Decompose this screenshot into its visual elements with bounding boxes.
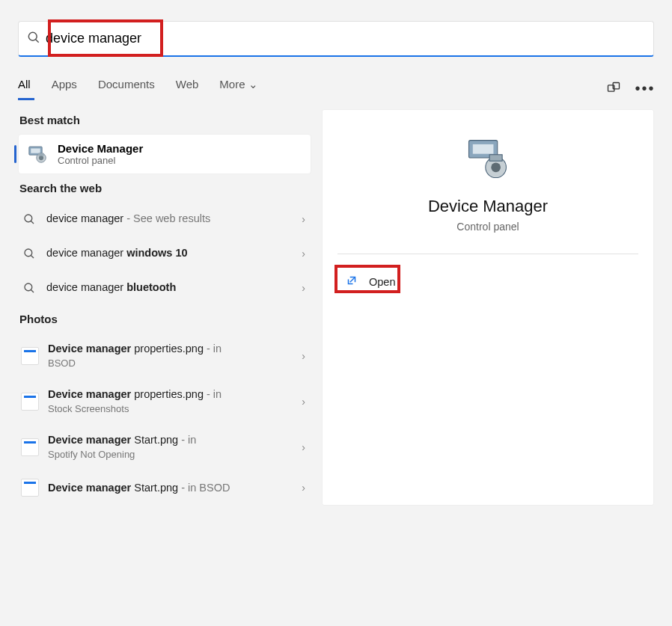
search-box[interactable] bbox=[18, 21, 654, 57]
device-manager-large-icon bbox=[337, 132, 638, 183]
open-button[interactable]: Open bbox=[337, 269, 403, 294]
search-icon bbox=[21, 211, 37, 227]
search-input[interactable] bbox=[46, 31, 646, 46]
chevron-down-icon: ⌄ bbox=[248, 78, 258, 90]
file-thumbnail-icon bbox=[21, 438, 39, 456]
file-thumbnail-icon bbox=[21, 479, 39, 497]
chevron-right-icon: › bbox=[302, 482, 305, 494]
more-options-icon[interactable]: ••• bbox=[636, 79, 654, 97]
chevron-right-icon: › bbox=[302, 396, 305, 408]
photo-result-text: Device manager Start.png - inSpotify Not… bbox=[48, 433, 293, 461]
svg-rect-5 bbox=[31, 149, 40, 153]
web-result-text: device manager bluetooth bbox=[46, 280, 293, 295]
photo-result-3[interactable]: Device manager Start.png - in BSOD › bbox=[18, 470, 311, 506]
search-icon bbox=[21, 280, 37, 296]
svg-rect-16 bbox=[473, 144, 494, 154]
svg-line-10 bbox=[31, 221, 34, 224]
photo-result-0[interactable]: Device manager properties.png - inBSOD › bbox=[18, 333, 311, 378]
device-manager-icon bbox=[26, 143, 49, 165]
svg-line-12 bbox=[31, 255, 34, 258]
web-result-0[interactable]: device manager - See web results › bbox=[18, 202, 311, 236]
tab-documents[interactable]: Documents bbox=[98, 78, 155, 99]
svg-rect-19 bbox=[489, 155, 502, 162]
tab-web[interactable]: Web bbox=[176, 78, 199, 99]
web-result-2[interactable]: device manager bluetooth › bbox=[18, 271, 311, 305]
photo-result-text: Device manager Start.png - in BSOD bbox=[48, 481, 293, 496]
open-label: Open bbox=[369, 276, 395, 288]
photo-result-2[interactable]: Device manager Start.png - inSpotify Not… bbox=[18, 424, 311, 470]
photo-result-text: Device manager properties.png - inStock … bbox=[48, 387, 293, 415]
svg-point-9 bbox=[25, 215, 32, 222]
tab-more-label: More bbox=[219, 78, 245, 90]
best-match-subtitle: Control panel bbox=[58, 155, 143, 166]
web-result-1[interactable]: device manager windows 10 › bbox=[18, 236, 311, 271]
section-best-match: Best match bbox=[19, 114, 311, 126]
svg-point-13 bbox=[25, 283, 32, 291]
tab-more[interactable]: More⌄ bbox=[219, 78, 257, 99]
chevron-right-icon: › bbox=[302, 350, 305, 362]
results-panel: Best match Device Manager Control panel … bbox=[18, 109, 311, 506]
file-thumbnail-icon bbox=[21, 393, 39, 411]
svg-point-0 bbox=[28, 32, 37, 40]
tab-apps[interactable]: Apps bbox=[52, 78, 77, 99]
section-web: Search the web bbox=[19, 182, 311, 194]
photo-result-1[interactable]: Device manager properties.png - inStock … bbox=[18, 378, 311, 424]
open-external-icon bbox=[345, 274, 358, 289]
divider bbox=[337, 254, 638, 254]
section-photos: Photos bbox=[19, 313, 311, 325]
svg-line-14 bbox=[31, 289, 34, 292]
file-thumbnail-icon bbox=[21, 347, 39, 365]
search-icon bbox=[21, 245, 37, 262]
svg-point-11 bbox=[25, 249, 32, 257]
detail-panel: Device Manager Control panel Open bbox=[322, 109, 654, 506]
svg-rect-8 bbox=[38, 153, 44, 156]
svg-point-7 bbox=[39, 156, 43, 160]
detail-title: Device Manager bbox=[337, 197, 638, 216]
web-result-text: device manager windows 10 bbox=[46, 246, 293, 261]
best-match-item[interactable]: Device Manager Control panel bbox=[18, 134, 311, 174]
chevron-right-icon: › bbox=[302, 441, 305, 453]
svg-point-18 bbox=[491, 162, 501, 172]
detail-subtitle: Control panel bbox=[337, 221, 638, 233]
chevron-right-icon: › bbox=[302, 248, 305, 260]
best-match-title: Device Manager bbox=[58, 142, 143, 155]
chevron-right-icon: › bbox=[302, 282, 305, 294]
window-snap-icon[interactable] bbox=[605, 79, 623, 97]
search-icon bbox=[26, 30, 46, 48]
photo-result-text: Device manager properties.png - inBSOD bbox=[48, 342, 293, 369]
tab-all[interactable]: All bbox=[18, 78, 31, 99]
web-result-text: device manager - See web results bbox=[46, 212, 293, 227]
chevron-right-icon: › bbox=[302, 213, 305, 225]
svg-line-1 bbox=[36, 39, 39, 42]
